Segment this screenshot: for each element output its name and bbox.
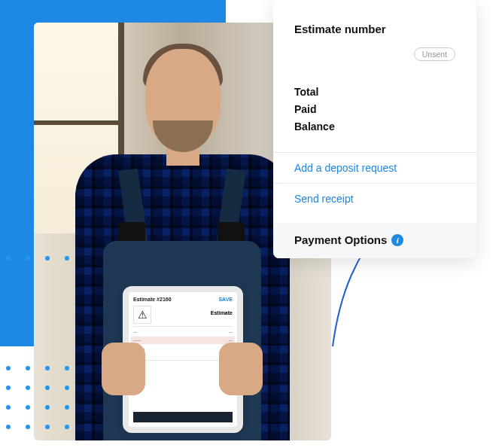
person-hand-right (219, 343, 263, 395)
person-beard (153, 120, 213, 152)
payment-options-label: Payment Options (294, 233, 387, 246)
tablet-logo-row: ⚠ Estimate (133, 306, 233, 324)
tablet-highlighted-row: ——— (131, 337, 235, 344)
overall-buckle-left (118, 222, 145, 243)
tablet-logo-icon: ⚠ (133, 306, 151, 324)
decorative-dots-bottom (6, 366, 69, 429)
send-receipt-link[interactable]: Send receipt (294, 184, 455, 214)
paid-label: Paid (294, 101, 455, 118)
info-icon[interactable]: i (391, 234, 403, 246)
total-label: Total (294, 84, 455, 101)
person-hand-left (102, 343, 145, 395)
tablet-footer-bar (133, 412, 233, 422)
decorative-dots-middle (6, 256, 69, 261)
tablet-save-action: SAVE (218, 297, 233, 302)
estimate-heading: Estimate number (294, 23, 455, 35)
add-deposit-link[interactable]: Add a deposit request (294, 153, 455, 183)
overall-buckle-right (218, 222, 245, 243)
status-badge-unsent: Unsent (414, 47, 455, 61)
balance-label: Balance (294, 118, 455, 136)
tablet-header-title: Estimate #2160 (133, 297, 172, 302)
payment-options-section[interactable]: Payment Options i (273, 223, 476, 258)
tablet-header: Estimate #2160 SAVE (133, 297, 233, 304)
summary-block: Total Paid Balance (294, 84, 455, 136)
estimate-card: Estimate number Unsent Total Paid Balanc… (273, 0, 476, 258)
tablet-doc-title: Estimate (154, 306, 233, 315)
